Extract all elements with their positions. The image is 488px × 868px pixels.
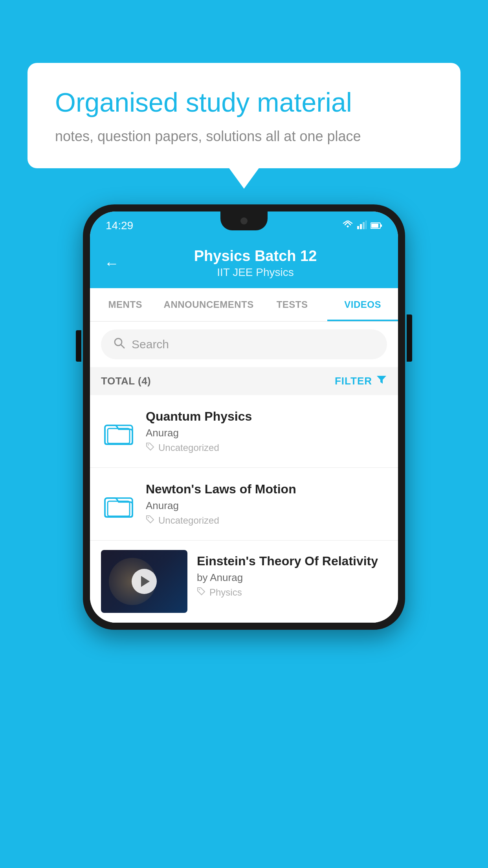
search-placeholder-text: Search [132, 338, 169, 351]
tag-icon [197, 587, 205, 598]
phone-mockup: 14:29 [83, 204, 405, 630]
svg-rect-0 [357, 226, 359, 229]
video-thumbnail [101, 550, 187, 613]
filter-row: TOTAL (4) FILTER [90, 367, 398, 395]
video-tag: Uncategorized [146, 442, 387, 453]
svg-rect-5 [371, 224, 378, 228]
tabs-bar: MENTS ANNOUNCEMENTS TESTS VIDEOS [90, 288, 398, 322]
svg-rect-14 [108, 501, 130, 516]
folder-icon [101, 414, 136, 449]
status-time: 14:29 [106, 219, 133, 232]
total-count-label: TOTAL (4) [101, 375, 151, 387]
battery-icon [371, 220, 382, 232]
svg-rect-1 [360, 224, 362, 229]
video-title: Einstein's Theory Of Relativity [197, 554, 398, 568]
play-triangle-icon [141, 576, 150, 587]
speech-bubble: Organised study material notes, question… [28, 63, 460, 168]
video-author: Anurag [146, 500, 387, 512]
notch [220, 211, 268, 230]
back-button[interactable]: ← [104, 256, 119, 271]
filter-button[interactable]: FILTER [335, 374, 387, 388]
svg-point-16 [199, 589, 200, 590]
speech-bubble-title: Organised study material [55, 86, 433, 119]
header-subtitle: IIT JEE Physics [127, 266, 384, 279]
list-item[interactable]: Einstein's Theory Of Relativity by Anura… [90, 541, 398, 623]
tag-label: Physics [209, 587, 242, 598]
video-title: Newton's Laws of Motion [146, 482, 387, 497]
search-icon [113, 337, 125, 352]
signal-icon [357, 220, 367, 232]
tab-tests[interactable]: TESTS [257, 288, 328, 321]
tag-icon [146, 442, 154, 453]
tab-videos[interactable]: VIDEOS [327, 288, 398, 321]
video-info: Einstein's Theory Of Relativity by Anura… [197, 550, 398, 598]
filter-label: FILTER [335, 375, 372, 387]
tab-ments[interactable]: MENTS [90, 288, 161, 321]
svg-rect-11 [108, 428, 130, 443]
search-container: Search [90, 322, 398, 367]
video-list: Quantum Physics Anurag Uncategorized [90, 395, 398, 623]
svg-line-8 [121, 345, 124, 348]
video-tag: Uncategorized [146, 515, 387, 526]
svg-point-15 [148, 517, 149, 518]
video-author: by Anurag [197, 572, 398, 584]
tag-label: Uncategorized [158, 515, 219, 526]
speech-bubble-container: Organised study material notes, question… [28, 63, 460, 168]
header-title-block: Physics Batch 12 IIT JEE Physics [127, 248, 384, 279]
svg-rect-2 [363, 222, 365, 229]
status-bar: 14:29 [90, 211, 398, 240]
phone-frame: 14:29 [83, 204, 405, 630]
header-title: Physics Batch 12 [127, 248, 384, 265]
svg-marker-9 [377, 376, 386, 384]
video-info: Newton's Laws of Motion Anurag Uncategor… [146, 482, 387, 526]
video-tag: Physics [197, 587, 398, 598]
filter-funnel-icon [376, 374, 387, 388]
video-title: Quantum Physics [146, 409, 387, 424]
app-header: ← Physics Batch 12 IIT JEE Physics [90, 240, 398, 288]
tag-label: Uncategorized [158, 442, 219, 453]
video-author: Anurag [146, 427, 387, 439]
search-bar[interactable]: Search [101, 329, 387, 359]
wifi-icon [342, 220, 353, 232]
tab-announcements[interactable]: ANNOUNCEMENTS [161, 288, 257, 321]
list-item[interactable]: Quantum Physics Anurag Uncategorized [90, 395, 398, 468]
folder-icon [101, 486, 136, 522]
speech-bubble-subtitle: notes, question papers, solutions all at… [55, 128, 433, 145]
svg-rect-3 [365, 221, 367, 229]
list-item[interactable]: Newton's Laws of Motion Anurag Uncategor… [90, 468, 398, 541]
video-info: Quantum Physics Anurag Uncategorized [146, 409, 387, 453]
tag-icon [146, 515, 154, 526]
svg-rect-6 [380, 224, 382, 227]
svg-point-12 [148, 444, 149, 445]
phone-screen: 14:29 [90, 211, 398, 623]
play-button[interactable] [132, 569, 157, 594]
status-icons [342, 220, 382, 232]
camera-dot [240, 217, 248, 224]
